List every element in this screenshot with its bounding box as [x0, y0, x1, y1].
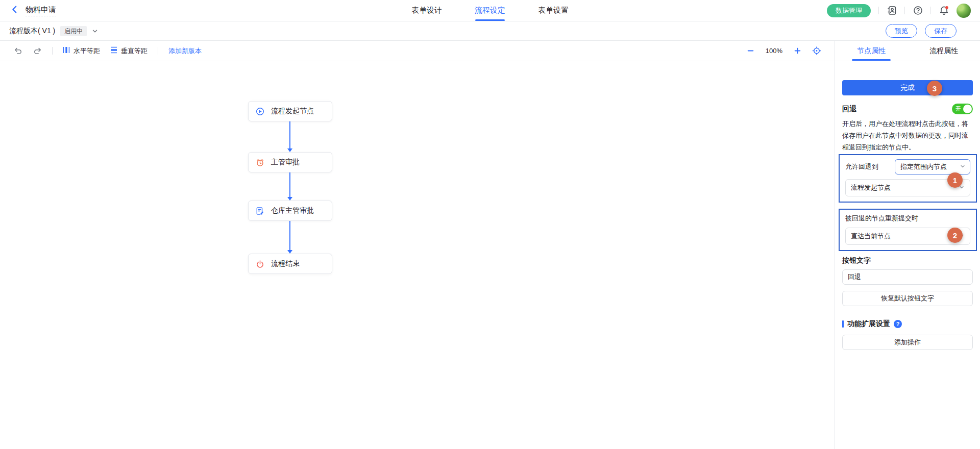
tab-form-config[interactable]: 表单设置 — [538, 0, 569, 21]
save-button[interactable]: 保存 — [925, 24, 957, 38]
allow-rollback-label: 允许回退到 — [845, 162, 878, 171]
toggle-knob — [963, 105, 972, 113]
version-actions: 预览 保存 — [886, 24, 971, 38]
header: 物料申请 表单设计 流程设定 表单设置 数据管理 — [0, 0, 980, 21]
node-label: 主管审批 — [271, 158, 300, 167]
annotation-box-1: 允许回退到 指定范围内节点 流程发起节点 — [839, 154, 977, 203]
flow-connector — [289, 172, 290, 197]
divider — [930, 7, 931, 14]
extension-header: 功能扩展设置 ? — [842, 319, 973, 329]
divider — [904, 7, 905, 14]
panel-tabs: 节点属性 流程属性 — [835, 41, 980, 61]
restore-default-button[interactable]: 恢复默认按钮文字 — [842, 291, 973, 306]
annotation-badge-2: 2 — [947, 228, 963, 243]
section-marker — [842, 320, 844, 328]
locate-icon[interactable] — [812, 46, 821, 56]
rollback-range-value: 指定范围内节点 — [900, 162, 947, 171]
redo-icon[interactable] — [33, 46, 42, 56]
button-text-label: 按钮文字 — [842, 256, 973, 265]
rollback-description: 开启后，用户在处理流程时点击此按钮，将保存用户在此节点中对数据的更改，同时流程退… — [842, 118, 973, 153]
header-tabs: 表单设计 流程设定 表单设置 — [411, 0, 569, 21]
horizontal-spacing-icon — [63, 46, 70, 55]
help-filled-icon[interactable]: ? — [894, 320, 902, 328]
zoom-out-icon[interactable] — [746, 46, 755, 56]
chevron-left-icon — [10, 5, 19, 16]
version-bar: 流程版本( V1 ) 启用中 预览 保存 — [0, 21, 980, 41]
header-actions: 数据管理 — [827, 4, 971, 18]
flow-connector — [289, 121, 290, 148]
annotation-box-2: 被回退的节点重新提交时 直达当前节点 2 — [839, 209, 977, 251]
flow-node-start[interactable]: 流程发起节点 — [248, 101, 332, 121]
resubmit-label: 被回退的节点重新提交时 — [845, 214, 970, 223]
help-circle-icon[interactable] — [913, 6, 923, 16]
flow-canvas[interactable]: 流程发起节点 主管审批 — [0, 61, 835, 449]
page-title[interactable]: 物料申请 — [26, 5, 56, 16]
tab-flow-settings[interactable]: 流程设定 — [475, 0, 505, 21]
flow-connector — [289, 221, 290, 250]
complete-button[interactable]: 完成 — [842, 80, 973, 95]
vertical-equal-label: 垂直等距 — [121, 46, 148, 56]
divider — [52, 47, 53, 55]
rollback-toggle[interactable]: 开 — [952, 104, 973, 114]
toggle-on-label: 开 — [955, 105, 961, 113]
button-text-input[interactable] — [842, 269, 973, 285]
horizontal-equal-label: 水平等距 — [74, 46, 100, 56]
avatar[interactable] — [957, 4, 971, 18]
tab-form-design[interactable]: 表单设计 — [411, 0, 442, 21]
annotation-badge-3: 3 — [927, 81, 942, 96]
resubmit-value: 直达当前节点 — [851, 232, 891, 241]
add-version-link[interactable]: 添加新版本 — [168, 46, 202, 56]
tab-node-properties[interactable]: 节点属性 — [835, 41, 908, 61]
add-action-button[interactable]: 添加操作 — [842, 335, 973, 350]
flow-node-manager-approve[interactable]: 主管审批 — [248, 152, 332, 172]
extension-title: 功能扩展设置 — [847, 319, 890, 329]
alarm-clock-icon — [256, 158, 264, 167]
flow-node-warehouse-approve[interactable]: 仓库主管审批 — [248, 201, 332, 221]
power-icon — [256, 260, 264, 268]
zoom-level: 100% — [766, 47, 782, 55]
rollback-title: 回退 — [842, 105, 856, 114]
flow-node-end[interactable]: 流程结束 — [248, 254, 332, 274]
zoom-controls: 100% — [746, 46, 821, 56]
node-label: 仓库主管审批 — [271, 206, 314, 215]
data-manage-button[interactable]: 数据管理 — [827, 4, 871, 17]
annotation-badge-1: 1 — [947, 172, 963, 188]
version-label: 流程版本( V1 ) — [9, 27, 55, 36]
contact-book-icon[interactable] — [887, 6, 897, 16]
undo-icon[interactable] — [13, 46, 22, 56]
flow-editor: 水平等距 垂直等距 添加新版本 100% — [0, 41, 835, 449]
rollback-range-select[interactable]: 指定范围内节点 — [895, 159, 970, 174]
panel-body: 完成 3 回退 开 开启后，用户在处理流程时点击此按钮，将保存用户在此节点中对数… — [835, 61, 980, 449]
vertical-spacing-icon — [110, 46, 117, 55]
zoom-in-icon[interactable] — [793, 46, 802, 56]
main: 水平等距 垂直等距 添加新版本 100% — [0, 41, 980, 449]
horizontal-equal-button[interactable]: 水平等距 — [63, 46, 100, 56]
bell-icon[interactable] — [939, 6, 949, 16]
divider — [158, 47, 158, 55]
flow-toolbar: 水平等距 垂直等距 添加新版本 100% — [0, 41, 835, 61]
rollback-node-value: 流程发起节点 — [851, 183, 891, 192]
node-label: 流程发起节点 — [271, 107, 314, 116]
preview-button[interactable]: 预览 — [886, 24, 917, 38]
properties-panel: 节点属性 流程属性 完成 3 回退 开 开启后，用户在处理流程时点击此按钮，将保… — [835, 41, 980, 449]
chevron-down-icon[interactable] — [91, 28, 99, 35]
status-badge: 启用中 — [60, 26, 87, 36]
chevron-down-icon — [960, 163, 966, 171]
divider — [878, 7, 879, 14]
app-window: 物料申请 表单设计 流程设定 表单设置 数据管理 — [0, 0, 980, 449]
tab-flow-properties[interactable]: 流程属性 — [908, 41, 980, 61]
play-circle-icon — [256, 107, 264, 116]
back-button[interactable] — [9, 6, 19, 16]
document-edit-icon — [256, 207, 264, 215]
node-label: 流程结束 — [271, 259, 300, 268]
vertical-equal-button[interactable]: 垂直等距 — [110, 46, 148, 56]
